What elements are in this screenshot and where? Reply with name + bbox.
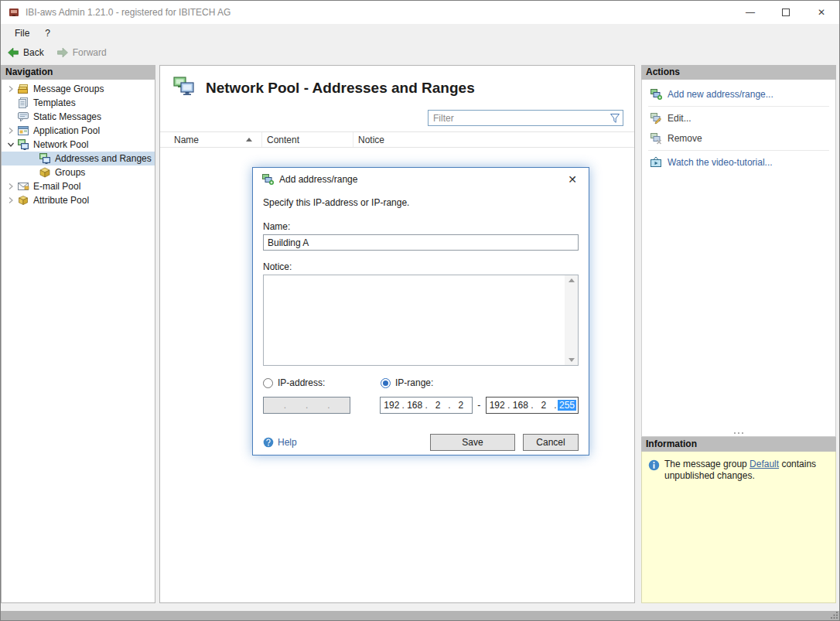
tree-item-label: E-mail Pool (33, 181, 80, 192)
action-watch-video-tutorial[interactable]: Watch the video-tutorial... (642, 152, 835, 172)
name-input[interactable] (263, 234, 579, 251)
forward-label: Forward (73, 47, 107, 58)
add-address-icon (650, 88, 662, 101)
maximize-button[interactable] (768, 1, 804, 24)
help-link[interactable]: Help (263, 437, 297, 448)
tree-item-templates[interactable]: Templates (2, 96, 155, 110)
action-label: Watch the video-tutorial... (668, 157, 773, 168)
titlebar: IBI-aws Admin 1.21.0 - registered for IB… (1, 1, 839, 24)
tree-item-label: Application Pool (33, 125, 100, 136)
back-label: Back (23, 47, 44, 58)
ip-address-radio-label: IP-address: (278, 377, 325, 388)
chevron-right-icon[interactable] (5, 180, 17, 193)
action-edit[interactable]: Edit... (642, 108, 835, 128)
ip-range-from-input[interactable]: 192 . 168 . 2 . 2 (380, 397, 472, 414)
add-address-range-dialog: Add address/range ✕ Specify this IP-addr… (252, 167, 589, 456)
tree-item-email-pool[interactable]: E-mail Pool (2, 179, 155, 193)
window-controls: — ✕ (732, 1, 839, 24)
dialog-body: Specify this IP-address or IP-range. Nam… (253, 191, 589, 461)
ip-range-radio-label: IP-range: (395, 377, 433, 388)
chevron-spacer (5, 111, 17, 123)
ip-octet[interactable]: 2 (534, 400, 553, 411)
tree-item-label: Templates (33, 97, 76, 108)
tree-item-addresses-and-ranges[interactable]: Addresses and Ranges (2, 152, 155, 165)
information-header: Information (641, 437, 836, 452)
action-label: Remove (668, 133, 702, 144)
email-pool-icon (17, 180, 29, 193)
ip-octet[interactable]: 192 (488, 400, 507, 411)
ip-address-radio-group[interactable]: IP-address: (263, 377, 381, 388)
octet-separator: . (282, 400, 287, 411)
dialog-close-button[interactable]: ✕ (565, 172, 580, 186)
tree-item-static-messages[interactable]: Static Messages (2, 110, 155, 124)
column-header-notice[interactable]: Notice (353, 132, 634, 147)
ip-octet[interactable]: 168 (511, 400, 530, 411)
help-label: Help (278, 437, 297, 448)
ip-octet[interactable]: 255 (558, 400, 576, 411)
menu-file[interactable]: File (7, 26, 37, 41)
action-label: Add new address/range... (668, 89, 773, 100)
filter-funnel-icon[interactable] (607, 111, 623, 125)
scroll-down-icon[interactable] (569, 358, 575, 362)
ip-octet[interactable]: 2 (429, 400, 447, 411)
navigation-tree: Message Groups Templates Static Messages… (1, 80, 155, 603)
tree-item-groups[interactable]: Groups (2, 165, 155, 179)
back-button[interactable]: Back (7, 46, 44, 59)
actions-separator (648, 150, 829, 151)
tree-item-network-pool[interactable]: Network Pool (2, 138, 155, 152)
forward-arrow-icon (56, 46, 69, 59)
notice-scrollbar[interactable] (565, 275, 578, 365)
static-messages-icon (17, 111, 29, 123)
ip-range-radio-group[interactable]: IP-range: (381, 377, 433, 388)
column-label: Content (267, 135, 299, 145)
panel-splitter-handle[interactable] (734, 430, 743, 436)
resize-grip[interactable] (830, 611, 838, 619)
help-icon (263, 437, 274, 448)
ip-address-input[interactable]: . . . (263, 397, 350, 414)
cancel-button[interactable]: Cancel (523, 434, 579, 451)
filter-input[interactable] (429, 113, 607, 124)
scroll-up-icon[interactable] (569, 278, 575, 282)
edit-icon (650, 112, 662, 125)
tree-item-label: Message Groups (33, 84, 104, 94)
default-message-group-link[interactable]: Default (750, 459, 779, 469)
ip-inputs-row: . . . 192 . 168 . 2 . 2 - (263, 397, 579, 414)
forward-button[interactable]: Forward (56, 46, 107, 59)
dialog-header: Add address/range ✕ (253, 168, 589, 191)
chevron-down-icon[interactable] (5, 138, 17, 151)
information-box: The message group Default contains unpub… (641, 452, 836, 603)
save-button[interactable]: Save (430, 434, 515, 451)
ip-range-radio[interactable] (381, 378, 391, 388)
page-title-row: Network Pool - Addresses and Ranges (160, 66, 634, 107)
tree-item-application-pool[interactable]: Application Pool (2, 124, 155, 138)
sort-ascending-icon (246, 138, 252, 142)
back-arrow-icon (7, 46, 19, 59)
ip-octet[interactable]: 192 (382, 400, 401, 411)
octet-separator: . (305, 400, 309, 411)
right-panel: Actions Add new address/range... Edit...… (641, 65, 836, 603)
tree-item-label: Addresses and Ranges (55, 153, 152, 164)
ip-range-to-input[interactable]: 192 . 168 . 2 . 255 (486, 397, 579, 414)
network-pool-icon (17, 138, 29, 151)
chevron-right-icon[interactable] (5, 125, 17, 137)
action-remove[interactable]: Remove (642, 128, 835, 148)
information-message: The message group Default contains unpub… (664, 459, 829, 595)
chevron-right-icon[interactable] (5, 83, 17, 95)
chevron-right-icon[interactable] (5, 194, 17, 206)
action-add-new-address-range[interactable]: Add new address/range... (642, 84, 835, 104)
menu-help[interactable]: ? (37, 26, 58, 41)
maximize-icon (782, 9, 790, 16)
tree-item-attribute-pool[interactable]: Attribute Pool (2, 193, 155, 207)
notice-textarea[interactable] (264, 275, 565, 365)
minimize-button[interactable]: — (732, 1, 768, 24)
page-title: Network Pool - Addresses and Ranges (206, 80, 475, 97)
attribute-pool-icon (17, 194, 29, 206)
ip-octet[interactable]: 2 (452, 400, 470, 411)
ip-octet[interactable]: 168 (405, 400, 424, 411)
ip-address-radio[interactable] (263, 378, 273, 388)
notice-label: Notice: (263, 261, 579, 272)
close-button[interactable]: ✕ (804, 1, 839, 24)
column-header-content[interactable]: Content (262, 132, 353, 147)
column-header-name[interactable]: Name (160, 132, 262, 147)
tree-item-message-groups[interactable]: Message Groups (2, 82, 155, 96)
